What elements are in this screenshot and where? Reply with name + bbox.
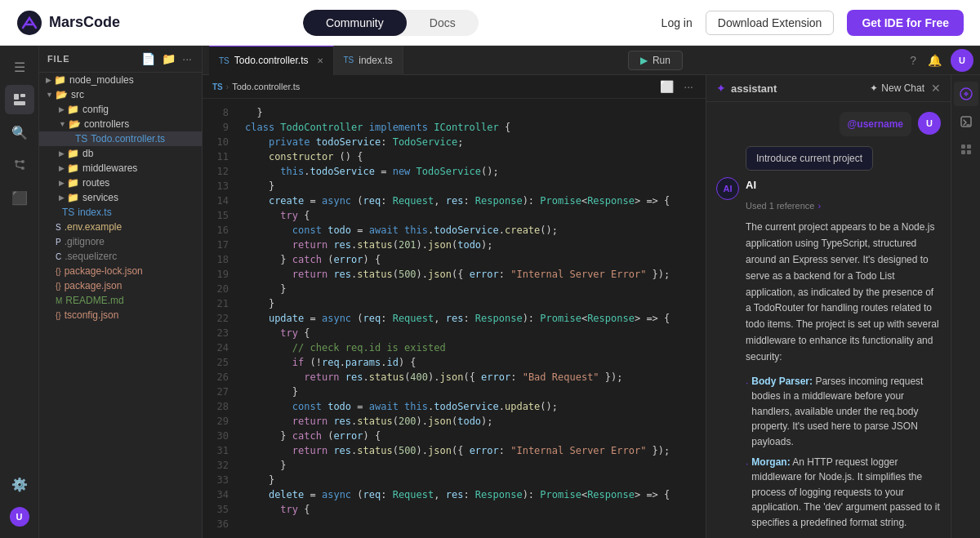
tree-label: .env.example: [65, 221, 122, 233]
sparkle-icon: ✦: [716, 82, 726, 95]
tree-item-gitignore[interactable]: P .gitignore: [39, 234, 202, 249]
chevron-right-icon: ▶: [59, 105, 65, 113]
tree-label: index.ts: [78, 207, 111, 218]
git-icon[interactable]: [5, 150, 34, 180]
tree-item-services[interactable]: ▶ 📁 services: [39, 190, 202, 205]
user-message: @username U: [716, 112, 941, 136]
json-file-icon: {}: [56, 267, 61, 276]
run-label: Run: [653, 55, 670, 66]
bell-icon[interactable]: 🔔: [925, 51, 944, 69]
tree-item-middlewares[interactable]: ▶ 📁 middlewares: [39, 161, 202, 176]
folder-icon: 📁: [54, 74, 66, 86]
toggle-sidebar-icon[interactable]: ☰: [5, 52, 34, 82]
new-file-icon[interactable]: 📄: [140, 51, 157, 67]
tree-item-config[interactable]: ▶ 📁 config: [39, 102, 202, 117]
logo[interactable]: MarsCode: [16, 10, 120, 36]
more-options-icon[interactable]: ···: [681, 78, 696, 96]
tooltip-popup[interactable]: Introduce current project: [746, 146, 873, 171]
ts-file-icon: TS: [62, 207, 74, 218]
ai-bullet-list: · Body Parser: Parses incoming request b…: [746, 374, 941, 538]
tree-item-readme[interactable]: M README.md: [39, 293, 202, 308]
ai-header-right: ✦ New Chat ✕: [870, 82, 941, 95]
file-tree: ▶ 📁 node_modules ▼ 📂 src ▶ 📁 config: [39, 73, 202, 538]
more-options-icon[interactable]: ···: [180, 51, 194, 67]
code-content[interactable]: } class TodoController implements IContr…: [235, 99, 706, 538]
ai-avatar: AI: [716, 177, 739, 200]
tree-item-routes[interactable]: ▶ 📁 routes: [39, 176, 202, 190]
ai-panel-header: ✦ assistant ✦ New Chat ✕: [706, 75, 951, 102]
tree-item-sequelizerc[interactable]: C .sequelizerc: [39, 249, 202, 264]
ai-header-left: ✦ assistant: [716, 82, 777, 95]
login-button[interactable]: Log in: [662, 16, 693, 29]
new-chat-label: New Chat: [881, 82, 924, 94]
tree-item-todo-controller[interactable]: TS Todo.controller.ts: [39, 131, 202, 146]
close-ai-panel-button[interactable]: ✕: [931, 82, 941, 95]
tree-label: services: [82, 192, 118, 203]
ai-ref-text: Used 1 reference: [746, 199, 814, 214]
new-chat-button[interactable]: ✦ New Chat: [870, 82, 924, 94]
ai-response: AI AI Used 1 reference › The current pro…: [716, 177, 941, 538]
folder-icon: 📁: [67, 148, 79, 159]
chevron-right-icon: ▶: [46, 76, 51, 84]
tooltip-container: Introduce current project: [716, 146, 941, 171]
tooltip-text: Introduce current project: [756, 153, 862, 164]
tree-item-node-modules[interactable]: ▶ 📁 node_modules: [39, 73, 202, 87]
tree-item-controllers[interactable]: ▼ 📂 controllers: [39, 117, 202, 131]
ai-content: @username U Introduce current project AI: [706, 102, 951, 538]
nav-docs[interactable]: Docs: [407, 10, 479, 36]
user-mention: @username: [848, 118, 903, 130]
nav-pills: Community Docs: [303, 10, 479, 36]
terminal-icon[interactable]: [954, 109, 978, 134]
tree-item-tsconfig[interactable]: {} tsconfig.json: [39, 308, 202, 322]
tree-item-package-lock[interactable]: {} package-lock.json: [39, 264, 202, 278]
tree-label: Todo.controller.ts: [91, 133, 165, 145]
tree-item-env[interactable]: S .env.example: [39, 220, 202, 234]
svg-point-0: [17, 11, 42, 35]
bullet-dot-icon: ·: [746, 456, 748, 472]
explorer-icon[interactable]: [5, 85, 34, 114]
folder-icon: 📁: [67, 192, 79, 203]
tab-index-ts[interactable]: TS index.ts: [334, 46, 403, 75]
svg-rect-3: [14, 101, 25, 105]
account-icon[interactable]: U: [5, 502, 34, 531]
activity-bar-bottom: ⚙️ U: [5, 469, 34, 531]
ai-msg-header: AI: [746, 177, 941, 194]
new-folder-icon[interactable]: 📁: [160, 51, 177, 67]
play-icon: ▶: [640, 55, 648, 66]
search-icon[interactable]: 🔍: [5, 118, 34, 147]
md-file-icon: M: [56, 296, 62, 305]
tab-lang-ts: TS: [219, 56, 229, 65]
plus-icon: ✦: [870, 82, 878, 94]
tree-item-db[interactable]: ▶ 📁 db: [39, 146, 202, 161]
tree-label: middlewares: [82, 162, 137, 174]
breadcrumb-filename: Todo.controller.ts: [232, 82, 300, 91]
code-area[interactable]: 89101112 1314151617 1819202122 232425262…: [203, 99, 706, 538]
logo-text: MarsCode: [49, 14, 120, 31]
tab-label: index.ts: [359, 55, 392, 66]
extensions-icon[interactable]: ⬛: [5, 183, 34, 212]
tree-item-index-ts[interactable]: TS index.ts: [39, 205, 202, 220]
tree-item-src[interactable]: ▼ 📂 src: [39, 87, 202, 102]
run-button[interactable]: ▶ Run: [628, 51, 683, 70]
chevron-down-icon: ▼: [59, 120, 66, 128]
ai-panel-icon[interactable]: [954, 82, 978, 106]
grid-icon[interactable]: [954, 137, 978, 162]
breadcrumb: TS › Todo.controller.ts ⬜ ···: [203, 75, 706, 99]
tree-item-package-json[interactable]: {} package.json: [39, 278, 202, 293]
tab-todo-controller[interactable]: TS Todo.controller.ts ✕: [209, 46, 334, 75]
tab-close-icon[interactable]: ✕: [317, 56, 323, 65]
ai-bullet-item-body-parser: · Body Parser: Parses incoming request b…: [746, 374, 941, 450]
sidebar-header-icons: 📄 📁 ···: [140, 51, 194, 67]
nav-community[interactable]: Community: [303, 10, 407, 36]
split-view-icon[interactable]: ⬜: [657, 78, 676, 96]
sidebar: File 📄 📁 ··· ▶ 📁 node_modules ▼ 📂 src: [39, 46, 203, 538]
get-ide-button[interactable]: Get IDE for Free: [847, 10, 964, 36]
tree-label: package-lock.json: [65, 265, 143, 277]
help-icon[interactable]: ?: [907, 51, 919, 69]
user-avatar-icon[interactable]: U: [951, 49, 973, 72]
download-extension-button[interactable]: Download Extension: [706, 11, 835, 35]
code-editor-area: TS › Todo.controller.ts ⬜ ··· 89101112 1…: [203, 75, 706, 538]
settings-icon[interactable]: ⚙️: [5, 469, 34, 499]
tree-label: README.md: [65, 295, 123, 306]
svg-line-8: [16, 167, 23, 168]
